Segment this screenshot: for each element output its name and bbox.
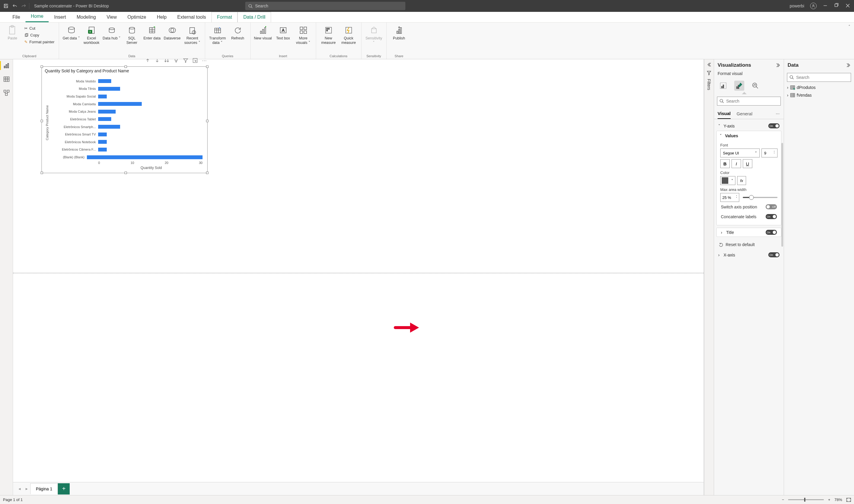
filter-icon[interactable] (183, 58, 188, 64)
reset-to-default[interactable]: Reset to default (716, 239, 781, 250)
chevron-down-icon[interactable]: ˅ (718, 124, 722, 128)
bar[interactable] (98, 94, 107, 98)
tab-optimize[interactable]: Optimize (122, 12, 152, 22)
page-tab-1[interactable]: Página 1 (30, 483, 58, 494)
tab-data-drill[interactable]: Data / Drill (237, 12, 271, 22)
italic-button[interactable]: I (731, 159, 741, 168)
data-hub-button[interactable]: Data hub ˅ (102, 24, 121, 41)
bar[interactable] (98, 148, 107, 151)
expand-all-icon[interactable] (174, 58, 179, 64)
redo-icon[interactable] (21, 3, 26, 8)
chevron-down-icon[interactable]: ˅ (720, 133, 723, 138)
title-toggle[interactable]: On (766, 230, 777, 235)
x-axis-toggle[interactable]: On (768, 252, 780, 257)
zoom-slider[interactable] (788, 499, 824, 500)
zoom-out-icon[interactable]: − (782, 498, 784, 502)
collapse-ribbon-icon[interactable]: ˄ (848, 24, 851, 29)
table-view-icon[interactable] (3, 76, 10, 83)
text-box-button[interactable]: AText box (274, 24, 293, 41)
format-visual-icon[interactable] (734, 80, 744, 91)
bar[interactable] (98, 102, 142, 106)
page-prev-icon[interactable]: ◄ (16, 487, 23, 491)
dataverse-button[interactable]: Dataverse (163, 24, 182, 41)
global-search[interactable]: Search (245, 2, 405, 10)
chevron-right-icon[interactable]: › (721, 230, 725, 235)
bar[interactable] (87, 155, 202, 159)
drill-down-icon[interactable] (155, 58, 160, 64)
focus-mode-icon[interactable] (193, 58, 198, 64)
new-visual-button[interactable]: New visual (253, 24, 272, 41)
page-next-icon[interactable]: ► (23, 487, 30, 491)
minimize-icon[interactable] (822, 3, 828, 9)
y-axis-label[interactable]: Y-axis (724, 124, 735, 128)
bar[interactable] (98, 117, 111, 121)
bold-button[interactable]: B (720, 159, 730, 168)
bar[interactable] (98, 79, 111, 83)
tab-file[interactable]: File (7, 12, 25, 22)
tab-help[interactable]: Help (152, 12, 172, 22)
cut-button[interactable]: ✂Cut (23, 25, 56, 31)
zoom-in-icon[interactable]: + (828, 498, 830, 502)
format-painter-button[interactable]: ✎Format painter (23, 39, 56, 45)
new-measure-button[interactable]: New measure (319, 24, 338, 45)
sql-button[interactable]: SQL Server (123, 24, 141, 45)
data-search-input[interactable] (787, 73, 851, 82)
filters-label[interactable]: Filters (707, 79, 711, 90)
max-area-input[interactable]: 25 %˄˅ (720, 193, 739, 202)
max-area-slider[interactable] (743, 197, 778, 198)
recent-sources-button[interactable]: Recent sources ˅ (183, 24, 202, 45)
bar[interactable] (98, 110, 115, 113)
user-avatar-icon[interactable] (810, 3, 817, 9)
table-item[interactable]: › fVendas (784, 91, 854, 99)
more-visuals-button[interactable]: More visuals ˅ (294, 24, 313, 45)
undo-icon[interactable] (13, 3, 17, 8)
close-icon[interactable] (845, 3, 851, 9)
add-page-button[interactable]: + (58, 483, 70, 494)
font-family-dropdown[interactable]: Segoe UI˅ (720, 148, 760, 158)
paste-button[interactable]: Paste (3, 24, 22, 41)
table-item[interactable]: › dProdutos (784, 84, 854, 91)
more-options-icon[interactable]: ⋯ (202, 58, 207, 64)
concatenate-labels-toggle[interactable]: On (766, 214, 777, 219)
enter-data-button[interactable]: Enter data (143, 24, 162, 41)
color-picker[interactable]: ˅ (720, 176, 735, 185)
format-tab-general[interactable]: General (736, 109, 752, 119)
model-view-icon[interactable] (3, 90, 10, 96)
y-axis-toggle[interactable]: On (768, 123, 780, 128)
bar[interactable] (98, 140, 107, 144)
bar-chart-visual[interactable]: ⋯ Quantity Sold by Category and Product … (41, 67, 208, 173)
format-tab-visual[interactable]: Visual (717, 108, 731, 119)
format-search-input[interactable] (717, 97, 781, 106)
tab-insert[interactable]: Insert (49, 12, 71, 22)
x-axis-label[interactable]: X-axis (724, 253, 735, 257)
format-more-icon[interactable]: ⋯ (776, 111, 780, 116)
save-icon[interactable] (3, 3, 8, 8)
report-view-icon[interactable] (3, 62, 10, 69)
refresh-button[interactable]: Refresh (228, 24, 247, 41)
tab-external-tools[interactable]: External tools (172, 12, 211, 22)
tab-format[interactable]: Format (211, 12, 238, 22)
bar[interactable] (98, 87, 120, 91)
expand-next-icon[interactable] (164, 58, 169, 64)
switch-axis-toggle[interactable]: Off (766, 204, 777, 209)
copy-button[interactable]: Copy (23, 32, 56, 38)
collapse-viz-icon[interactable] (776, 63, 780, 68)
analytics-icon[interactable] (750, 80, 760, 91)
bar[interactable] (98, 132, 107, 137)
collapse-data-icon[interactable] (846, 63, 851, 68)
values-label[interactable]: Values (725, 133, 738, 138)
fx-button[interactable]: fx (737, 176, 746, 185)
sensitivity-button[interactable]: Sensitivity˅ (364, 24, 384, 45)
publish-button[interactable]: Publish (390, 24, 409, 41)
quick-measure-button[interactable]: Quick measure (339, 24, 358, 45)
get-data-button[interactable]: Get data ˅ (62, 24, 81, 41)
excel-button[interactable]: XExcel workbook (82, 24, 101, 45)
build-visual-icon[interactable] (718, 80, 728, 91)
maximize-icon[interactable] (834, 3, 839, 9)
title-section-label[interactable]: Title (726, 230, 734, 235)
bar[interactable] (98, 125, 120, 129)
tab-modeling[interactable]: Modeling (71, 12, 101, 22)
tab-view[interactable]: View (101, 12, 122, 22)
expand-filters-icon[interactable] (707, 62, 711, 67)
underline-button[interactable]: U (743, 159, 752, 168)
